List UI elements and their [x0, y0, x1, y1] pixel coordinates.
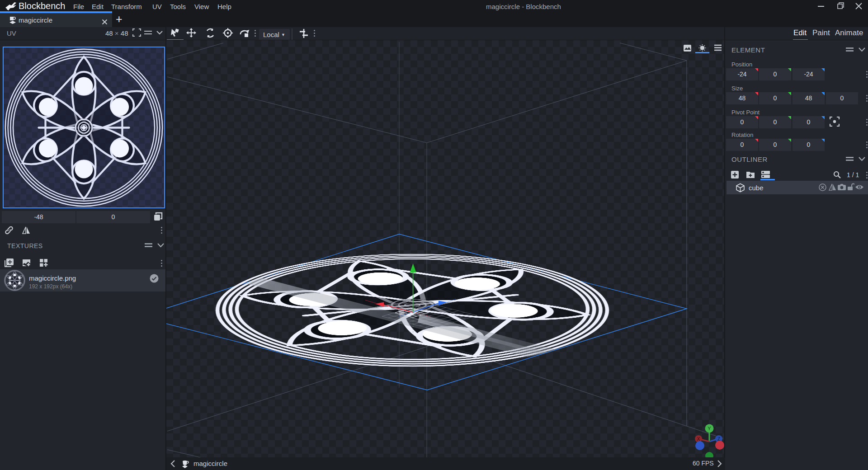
svg-text:X: X: [697, 437, 700, 442]
svg-text:Y: Y: [708, 426, 711, 431]
